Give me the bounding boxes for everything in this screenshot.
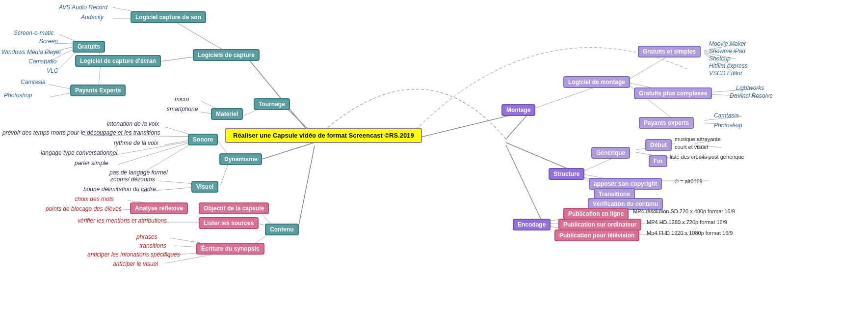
label-copyright-symbol: © = alt0169	[675, 178, 703, 184]
node-transitions: transitions	[139, 242, 166, 249]
node-contenu: Contenu	[265, 224, 299, 235]
node-musique: musique attrayante	[675, 136, 721, 143]
node-vlc: VLC	[47, 67, 58, 74]
label-camtasia-left: Camtasia	[21, 79, 46, 86]
node-photoshop-right: Photoshop	[714, 122, 742, 129]
label-intonation: intonation de la voix	[107, 120, 159, 127]
node-phrases: phrases	[136, 233, 158, 240]
node-vscd: VSCD Editor	[709, 70, 742, 77]
node-pub-tv: Publication pour télévision	[554, 229, 639, 241]
node-gratuits-simples: Gratuits et simples	[638, 46, 701, 57]
central-node: Réaliser une Capsule vidéo de format Scr…	[225, 128, 422, 143]
node-gratuits-left: Gratuits	[73, 41, 105, 53]
svg-line-7	[506, 145, 544, 225]
node-fin: Fin	[649, 155, 667, 167]
label-payants-right: Payants experts	[639, 117, 694, 129]
node-payants-right: Payants experts	[639, 117, 694, 129]
label-montage: Montage	[501, 104, 535, 116]
node-shotcup: Shotcup	[709, 55, 731, 62]
label-structure: Structure	[549, 168, 584, 180]
node-pub-ligne: Publication en ligne	[563, 208, 629, 220]
label-materiel: Matériel	[211, 108, 243, 120]
node-anticiper-visuel: anticiper le visuel	[113, 260, 158, 267]
node-moovie: Moovie Maker	[709, 40, 746, 47]
label-zooms: zooms/ dézooms	[110, 176, 155, 183]
label-screen: Screen	[39, 38, 58, 45]
node-logiciel-montage: Logiciel de montage	[563, 76, 630, 88]
label-musique: musique attrayante	[675, 136, 721, 142]
label-camtasia-right: Camtasia	[714, 112, 739, 119]
label-visuel: Visuel	[191, 181, 218, 193]
node-ecriture: Écriture du synopsis	[196, 243, 264, 255]
label-generique: Générique	[591, 147, 630, 159]
node-pub-ordinateur: Publication sur ordinateur	[558, 219, 641, 230]
node-structure: Structure	[549, 168, 584, 180]
node-dynamisme: Dynamisme	[219, 153, 262, 165]
label-transitions: transitions	[139, 242, 166, 249]
label-tournage: Tournage	[254, 98, 290, 110]
node-photoshop-left: Photoshop	[4, 92, 32, 99]
node-analyse: Analyse réflexive	[130, 202, 188, 214]
label-windows: Windows Média Player	[1, 49, 61, 56]
node-encodage: Encodage	[513, 219, 551, 230]
node-mp4-hd: MP4 HD 1280 x 720p format 16/9	[647, 219, 727, 226]
node-verifier: vérifier les mentions et attributions	[78, 217, 167, 224]
node-hitfilm: Hitfilm express	[709, 62, 748, 69]
label-dynamisme: Dynamisme	[219, 153, 262, 165]
node-copyright-symbol: © = alt0169	[675, 178, 703, 185]
label-debut: Début	[645, 139, 672, 151]
label-objectif: Objectif de la capsule	[199, 202, 269, 214]
node-camstudio: Camstudio	[28, 58, 56, 65]
node-camtasia-right: Camtasia	[714, 112, 739, 119]
label-camstudio: Camstudio	[28, 58, 56, 65]
label-sonore: Sonore	[188, 134, 218, 145]
label-logiciels-capture: Logiciels de capture	[193, 49, 260, 61]
label-logiciel-montage: Logiciel de montage	[563, 76, 630, 88]
label-hitfilm: Hitfilm express	[709, 62, 748, 69]
label-bonne-del: bonne délimitation du cadre	[83, 186, 156, 193]
svg-line-3	[298, 146, 315, 230]
label-lister: Lister les sources	[199, 217, 259, 229]
label-langage: langage type conversationnel	[41, 149, 117, 156]
node-sonore: Sonore	[188, 134, 218, 145]
node-langage: langage type conversationnel	[41, 149, 117, 156]
node-rythme: rythme de la voix	[114, 140, 158, 146]
label-anticiper-intonations: anticiper les intonations spécifiques	[87, 251, 180, 258]
label-liste-credits: liste des crédits post générique	[670, 154, 744, 160]
label-points-blocage: points de blocage des élèves	[46, 205, 122, 212]
label-showme: Showme iPad	[709, 48, 745, 55]
node-montage: Montage	[501, 104, 535, 116]
node-screen-o-matic: Screen-o-matic	[14, 29, 53, 36]
label-vlc: VLC	[47, 67, 58, 74]
node-debut: Début	[645, 139, 672, 151]
node-audacity: Audacity	[81, 14, 104, 21]
node-anticiper-intonations: anticiper les intonations spécifiques	[87, 251, 180, 258]
node-gratuits-complexes: Gratuits plus complexes	[634, 87, 712, 99]
svg-line-0	[246, 57, 315, 139]
label-phrases: phrases	[136, 233, 158, 240]
node-avs: AVS Audio Record	[59, 4, 107, 11]
label-vscd: VSCD Editor	[709, 70, 742, 77]
node-generique: Générique	[591, 147, 630, 159]
label-parler: parler simple	[75, 160, 108, 167]
label-logiciel-son: Logiciel capture de son	[131, 11, 206, 23]
node-mp4-sd: MP4 résolution SD 720 x 480p format 16/9	[633, 208, 735, 215]
node-materiel: Matériel	[211, 108, 243, 120]
label-verifier: vérifier les mentions et attributions	[78, 217, 167, 224]
node-lightworks: Lightworks	[736, 85, 764, 91]
label-pub-tv: Publication pour télévision	[554, 229, 639, 241]
label-screen-o-matic: Screen-o-matic	[14, 29, 53, 36]
node-windows: Windows Média Player	[1, 49, 61, 56]
label-fin: Fin	[649, 155, 667, 167]
label-photoshop-left: Photoshop	[4, 92, 32, 99]
label-gratuits-simples: Gratuits et simples	[638, 46, 701, 57]
label-micro: micro	[175, 96, 189, 103]
label-rythme: rythme de la voix	[114, 140, 158, 146]
label-moovie: Moovie Maker	[709, 40, 746, 47]
node-liste-credits: liste des crédits post générique	[670, 153, 744, 160]
node-prevoir: prévoir des temps morts pour le découpag…	[2, 129, 160, 136]
node-tournage: Tournage	[254, 98, 290, 110]
label-payants-left: Payants Experts	[70, 85, 126, 96]
node-logiciel-son: Logiciel capture de son	[131, 11, 206, 23]
svg-line-8	[172, 20, 222, 49]
